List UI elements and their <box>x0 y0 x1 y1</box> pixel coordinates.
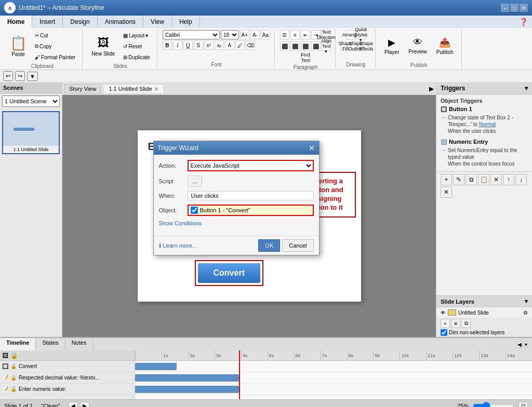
object-select[interactable]: Button 1 - "Convert" <box>188 205 314 216</box>
delete-layer-button[interactable]: ✕ <box>451 319 460 328</box>
add-layer-button[interactable]: + <box>441 319 450 328</box>
copy-button[interactable]: ⧉ Copy <box>32 41 78 51</box>
decrease-indent-button[interactable]: ⇤ <box>301 30 310 39</box>
preview-button[interactable]: 👁 Preview <box>405 30 431 61</box>
button1-header: 🔲 Button 1 <box>441 106 528 112</box>
trigger1-link[interactable]: Normal <box>479 121 496 127</box>
playhead[interactable] <box>239 350 240 399</box>
decrease-font-button[interactable]: A- <box>250 30 260 39</box>
scenes-dropdown[interactable]: 1 Untitled Scene <box>2 96 60 107</box>
maximize-button[interactable]: □ <box>510 4 518 12</box>
align-center-button[interactable]: ⬛ <box>290 42 300 51</box>
ruler-4: 4s <box>241 350 268 360</box>
reset-button[interactable]: ↺ Reset <box>121 41 153 51</box>
timeline-expand-button[interactable]: ▾ <box>524 341 528 348</box>
close-button[interactable]: ✕ <box>520 4 528 12</box>
triggers-expand-icon[interactable]: ▾ <box>525 85 528 92</box>
object-row: Object: Button 1 - "Convert" <box>159 205 314 216</box>
shape-effects-button[interactable]: Shape Effects <box>362 42 371 51</box>
convert-button[interactable]: Convert <box>198 263 260 283</box>
tab-design[interactable]: Design <box>63 16 97 28</box>
tab-timeline[interactable]: Timeline <box>0 338 36 350</box>
cut-button[interactable]: ✂ Cut <box>32 30 78 40</box>
justify-button[interactable]: ⬛ <box>311 42 321 51</box>
tab-home[interactable]: Home <box>0 16 32 28</box>
tab-expand-icon[interactable]: ▶ <box>429 85 434 92</box>
quick-styles-button[interactable]: Quick Styles ▾ <box>356 30 366 39</box>
increase-font-button[interactable]: A+ <box>240 30 249 39</box>
tab-close-icon[interactable]: ✕ <box>154 86 158 92</box>
tab-states[interactable]: States <box>36 338 65 350</box>
slide-layers-expand-icon[interactable]: ▾ <box>525 298 528 305</box>
help-icon[interactable]: ❓ <box>519 18 528 26</box>
slide-thumbnail[interactable]: 1.1 Untitled Slide <box>2 111 60 154</box>
publish-button[interactable]: 📤 Publish <box>433 30 457 61</box>
timeline-layer-icon: 🖼 <box>2 352 8 359</box>
nav-buttons: ◀ ▶ <box>69 402 89 407</box>
minimize-button[interactable]: – <box>501 4 509 12</box>
edit-trigger-button[interactable]: ✎ <box>453 174 464 185</box>
clear-format-button[interactable]: ⌫ <box>246 40 255 50</box>
timeline-scroll-left[interactable]: ◀ <box>517 341 522 348</box>
font-color-button[interactable]: A <box>225 40 234 50</box>
story-view-button[interactable]: Story View <box>64 84 101 93</box>
slide-tab[interactable]: 1.1 Untitled Slide ✕ <box>103 84 164 93</box>
object-checkbox[interactable] <box>191 207 198 214</box>
align-text-button[interactable]: Align Text ▾ <box>322 42 331 51</box>
copy-trigger-button[interactable]: ⧉ <box>466 174 477 185</box>
highlight-button[interactable]: 🖊 <box>235 40 245 50</box>
cancel-button[interactable]: Cancel <box>282 239 313 252</box>
learn-more-link[interactable]: ℹ Learn more... <box>159 242 197 249</box>
window-controls[interactable]: – □ ✕ <box>501 4 528 12</box>
layout-button[interactable]: ▦ Layout ▾ <box>121 30 153 40</box>
undo-button[interactable]: ↩ <box>3 71 13 81</box>
dialog-close-button[interactable]: ✕ <box>309 144 315 152</box>
player-button[interactable]: ▶ Player <box>381 30 403 61</box>
tab-animations[interactable]: Animations <box>98 16 143 28</box>
extra-trigger-button[interactable]: ✕ <box>441 186 452 198</box>
italic-button[interactable]: I <box>173 40 182 50</box>
subscript-button[interactable]: x₂ <box>215 40 224 50</box>
show-conditions-link[interactable]: Show Conditions <box>159 220 314 226</box>
next-slide-button[interactable]: ▶ <box>80 402 89 407</box>
duplicate-layer-button[interactable]: ⧉ <box>461 319 471 328</box>
align-left-button[interactable]: ⬛ <box>280 42 289 51</box>
prev-slide-button[interactable]: ◀ <box>69 402 78 407</box>
delete-trigger-button[interactable]: ✕ <box>490 174 502 185</box>
action-select[interactable]: Execute JavaScript <box>188 160 314 171</box>
font-name-select[interactable]: Calibri <box>163 30 220 39</box>
ok-button[interactable]: OK <box>258 239 280 252</box>
bold-button[interactable]: B <box>163 40 172 50</box>
redo-button[interactable]: ↪ <box>15 71 25 81</box>
layer-settings-icon[interactable]: ⚙ <box>523 310 528 316</box>
duplicate-button[interactable]: ⊞ Duplicate <box>121 52 153 62</box>
tab-view[interactable]: View <box>143 16 172 28</box>
new-slide-button[interactable]: 🖼 New Slide <box>88 31 118 62</box>
add-trigger-button[interactable]: + <box>441 174 452 185</box>
zoom-slider[interactable] <box>473 402 514 408</box>
paste-button[interactable]: 📋 Paste <box>6 31 30 62</box>
change-case-button[interactable]: Aa <box>261 30 270 39</box>
tab-help[interactable]: Help <box>172 16 200 28</box>
font-size-select[interactable]: 18 <box>221 30 239 39</box>
script-browse-button[interactable]: ... <box>188 175 202 187</box>
find-text-button[interactable]: Find Text <box>301 53 310 62</box>
strikethrough-button[interactable]: S <box>194 40 203 50</box>
timeline-bar-1 <box>135 374 239 382</box>
align-right-button[interactable]: ⬛ <box>301 42 310 51</box>
bullets-button[interactable]: ☰ <box>280 30 289 39</box>
new-slide-icon: 🖼 <box>98 36 109 50</box>
dim-checkbox[interactable] <box>441 329 447 336</box>
arrange-button[interactable]: Arrange <box>346 30 355 39</box>
superscript-button[interactable]: x² <box>204 40 214 50</box>
underline-button[interactable]: U <box>183 40 193 50</box>
paste-trigger-button[interactable]: 📋 <box>478 174 489 185</box>
tab-notes[interactable]: Notes <box>65 338 94 350</box>
numbering-button[interactable]: ≡ <box>290 30 300 39</box>
move-up-button[interactable]: ↑ <box>503 174 514 185</box>
qa-extra-button[interactable]: ▼ <box>27 72 38 81</box>
move-down-button[interactable]: ↓ <box>515 174 527 185</box>
tab-insert[interactable]: Insert <box>32 16 63 28</box>
format-painter-button[interactable]: 🖌 Format Painter <box>32 52 78 62</box>
fit-button[interactable]: ⊡ <box>518 402 528 407</box>
